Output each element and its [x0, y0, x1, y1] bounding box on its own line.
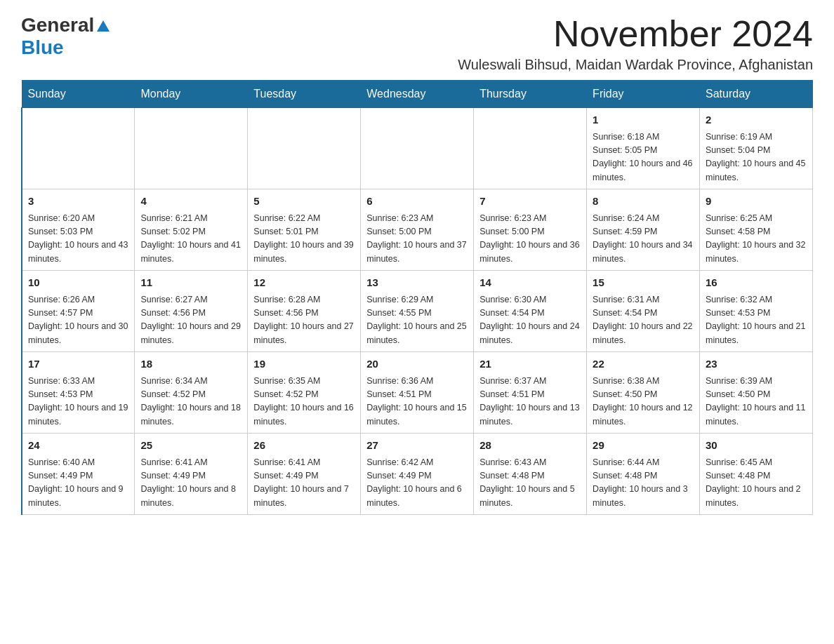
- day-info: Sunrise: 6:34 AM Sunset: 4:52 PM Dayligh…: [140, 375, 241, 429]
- calendar-cell: 16Sunrise: 6:32 AM Sunset: 4:53 PM Dayli…: [700, 271, 813, 352]
- day-info: Sunrise: 6:28 AM Sunset: 4:56 PM Dayligh…: [253, 293, 355, 348]
- day-number: 26: [253, 438, 355, 454]
- logo-general: General: [21, 14, 94, 36]
- day-number: 24: [28, 438, 128, 454]
- day-info: Sunrise: 6:45 AM Sunset: 4:48 PM Dayligh…: [706, 456, 807, 511]
- day-info: Sunrise: 6:21 AM Sunset: 5:02 PM Dayligh…: [140, 212, 241, 267]
- day-info: Sunrise: 6:41 AM Sunset: 4:49 PM Dayligh…: [140, 456, 241, 511]
- calendar-cell: 3Sunrise: 6:20 AM Sunset: 5:03 PM Daylig…: [22, 189, 135, 271]
- day-number: 25: [140, 438, 241, 454]
- calendar-header-friday: Friday: [587, 81, 700, 108]
- calendar-cell: 15Sunrise: 6:31 AM Sunset: 4:54 PM Dayli…: [587, 271, 700, 352]
- calendar-cell: 11Sunrise: 6:27 AM Sunset: 4:56 PM Dayli…: [135, 271, 248, 352]
- day-info: Sunrise: 6:39 AM Sunset: 4:50 PM Dayligh…: [706, 375, 807, 429]
- calendar-cell: 28Sunrise: 6:43 AM Sunset: 4:48 PM Dayli…: [474, 434, 587, 515]
- calendar-cell: 22Sunrise: 6:38 AM Sunset: 4:50 PM Dayli…: [587, 352, 700, 434]
- day-number: 30: [706, 438, 807, 454]
- title-section: November 2024 Wuleswali Bihsud, Maidan W…: [458, 14, 813, 73]
- day-number: 11: [140, 275, 241, 291]
- day-info: Sunrise: 6:30 AM Sunset: 4:54 PM Dayligh…: [479, 293, 581, 348]
- day-info: Sunrise: 6:26 AM Sunset: 4:57 PM Dayligh…: [28, 293, 128, 348]
- calendar-cell: [248, 108, 361, 189]
- calendar-cell: [22, 108, 135, 189]
- calendar-header-monday: Monday: [135, 81, 248, 108]
- calendar-cell: 23Sunrise: 6:39 AM Sunset: 4:50 PM Dayli…: [700, 352, 813, 434]
- day-info: Sunrise: 6:29 AM Sunset: 4:55 PM Dayligh…: [366, 293, 468, 348]
- calendar-cell: 24Sunrise: 6:40 AM Sunset: 4:49 PM Dayli…: [22, 434, 135, 515]
- day-number: 15: [593, 275, 694, 291]
- day-info: Sunrise: 6:44 AM Sunset: 4:48 PM Dayligh…: [593, 456, 694, 511]
- day-number: 3: [28, 194, 128, 210]
- day-number: 27: [366, 438, 468, 454]
- day-info: Sunrise: 6:42 AM Sunset: 4:49 PM Dayligh…: [366, 456, 468, 511]
- calendar-cell: 12Sunrise: 6:28 AM Sunset: 4:56 PM Dayli…: [248, 271, 361, 352]
- calendar-cell: 5Sunrise: 6:22 AM Sunset: 5:01 PM Daylig…: [248, 189, 361, 271]
- day-info: Sunrise: 6:22 AM Sunset: 5:01 PM Dayligh…: [253, 212, 355, 267]
- calendar-cell: 13Sunrise: 6:29 AM Sunset: 4:55 PM Dayli…: [361, 271, 474, 352]
- day-info: Sunrise: 6:36 AM Sunset: 4:51 PM Dayligh…: [366, 375, 468, 429]
- calendar-table: SundayMondayTuesdayWednesdayThursdayFrid…: [21, 80, 813, 515]
- day-info: Sunrise: 6:20 AM Sunset: 5:03 PM Dayligh…: [28, 212, 128, 267]
- calendar-cell: 2Sunrise: 6:19 AM Sunset: 5:04 PM Daylig…: [700, 108, 813, 189]
- calendar-cell: 4Sunrise: 6:21 AM Sunset: 5:02 PM Daylig…: [135, 189, 248, 271]
- calendar-cell: 20Sunrise: 6:36 AM Sunset: 4:51 PM Dayli…: [361, 352, 474, 434]
- calendar-header-row: SundayMondayTuesdayWednesdayThursdayFrid…: [22, 81, 813, 108]
- day-number: 29: [593, 438, 694, 454]
- calendar-cell: 9Sunrise: 6:25 AM Sunset: 4:58 PM Daylig…: [700, 189, 813, 271]
- day-number: 1: [593, 112, 694, 128]
- calendar-cell: 6Sunrise: 6:23 AM Sunset: 5:00 PM Daylig…: [361, 189, 474, 271]
- day-number: 6: [366, 194, 468, 210]
- day-info: Sunrise: 6:18 AM Sunset: 5:05 PM Dayligh…: [593, 130, 694, 185]
- logo: General Blue: [21, 14, 111, 59]
- calendar-cell: 30Sunrise: 6:45 AM Sunset: 4:48 PM Dayli…: [700, 434, 813, 515]
- day-info: Sunrise: 6:31 AM Sunset: 4:54 PM Dayligh…: [593, 293, 694, 348]
- day-info: Sunrise: 6:41 AM Sunset: 4:49 PM Dayligh…: [253, 456, 355, 511]
- calendar-cell: [474, 108, 587, 189]
- day-info: Sunrise: 6:37 AM Sunset: 4:51 PM Dayligh…: [479, 375, 581, 429]
- calendar-cell: 21Sunrise: 6:37 AM Sunset: 4:51 PM Dayli…: [474, 352, 587, 434]
- calendar-cell: 26Sunrise: 6:41 AM Sunset: 4:49 PM Dayli…: [248, 434, 361, 515]
- day-info: Sunrise: 6:43 AM Sunset: 4:48 PM Dayligh…: [479, 456, 581, 511]
- calendar-cell: 10Sunrise: 6:26 AM Sunset: 4:57 PM Dayli…: [22, 271, 135, 352]
- day-number: 10: [28, 275, 128, 291]
- svg-marker-0: [97, 20, 110, 32]
- day-number: 22: [593, 356, 694, 373]
- day-number: 19: [253, 356, 355, 373]
- calendar-cell: 8Sunrise: 6:24 AM Sunset: 4:59 PM Daylig…: [587, 189, 700, 271]
- calendar-week-3: 10Sunrise: 6:26 AM Sunset: 4:57 PM Dayli…: [22, 271, 813, 352]
- day-number: 5: [253, 194, 355, 210]
- page-header: General Blue November 2024 Wuleswali Bih…: [21, 14, 813, 73]
- logo-icon: [95, 18, 111, 33]
- calendar-cell: 14Sunrise: 6:30 AM Sunset: 4:54 PM Dayli…: [474, 271, 587, 352]
- day-info: Sunrise: 6:40 AM Sunset: 4:49 PM Dayligh…: [28, 456, 128, 511]
- day-number: 4: [140, 194, 241, 210]
- calendar-cell: [135, 108, 248, 189]
- calendar-week-5: 24Sunrise: 6:40 AM Sunset: 4:49 PM Dayli…: [22, 434, 813, 515]
- day-number: 28: [479, 438, 581, 454]
- calendar-header-saturday: Saturday: [700, 81, 813, 108]
- day-number: 12: [253, 275, 355, 291]
- day-number: 17: [28, 356, 128, 373]
- day-number: 18: [140, 356, 241, 373]
- calendar-cell: 19Sunrise: 6:35 AM Sunset: 4:52 PM Dayli…: [248, 352, 361, 434]
- day-number: 2: [706, 112, 807, 128]
- calendar-week-1: 1Sunrise: 6:18 AM Sunset: 5:05 PM Daylig…: [22, 108, 813, 189]
- calendar-cell: 25Sunrise: 6:41 AM Sunset: 4:49 PM Dayli…: [135, 434, 248, 515]
- calendar-header-thursday: Thursday: [474, 81, 587, 108]
- day-number: 13: [366, 275, 468, 291]
- calendar-cell: 7Sunrise: 6:23 AM Sunset: 5:00 PM Daylig…: [474, 189, 587, 271]
- calendar-header-tuesday: Tuesday: [248, 81, 361, 108]
- day-info: Sunrise: 6:32 AM Sunset: 4:53 PM Dayligh…: [706, 293, 807, 348]
- day-info: Sunrise: 6:38 AM Sunset: 4:50 PM Dayligh…: [593, 375, 694, 429]
- day-number: 8: [593, 194, 694, 210]
- calendar-header-wednesday: Wednesday: [361, 81, 474, 108]
- calendar-cell: 29Sunrise: 6:44 AM Sunset: 4:48 PM Dayli…: [587, 434, 700, 515]
- calendar-week-2: 3Sunrise: 6:20 AM Sunset: 5:03 PM Daylig…: [22, 189, 813, 271]
- day-number: 7: [479, 194, 581, 210]
- day-info: Sunrise: 6:33 AM Sunset: 4:53 PM Dayligh…: [28, 375, 128, 429]
- day-number: 14: [479, 275, 581, 291]
- day-info: Sunrise: 6:24 AM Sunset: 4:59 PM Dayligh…: [593, 212, 694, 267]
- calendar-cell: 27Sunrise: 6:42 AM Sunset: 4:49 PM Dayli…: [361, 434, 474, 515]
- day-info: Sunrise: 6:19 AM Sunset: 5:04 PM Dayligh…: [706, 130, 807, 185]
- day-info: Sunrise: 6:23 AM Sunset: 5:00 PM Dayligh…: [479, 212, 581, 267]
